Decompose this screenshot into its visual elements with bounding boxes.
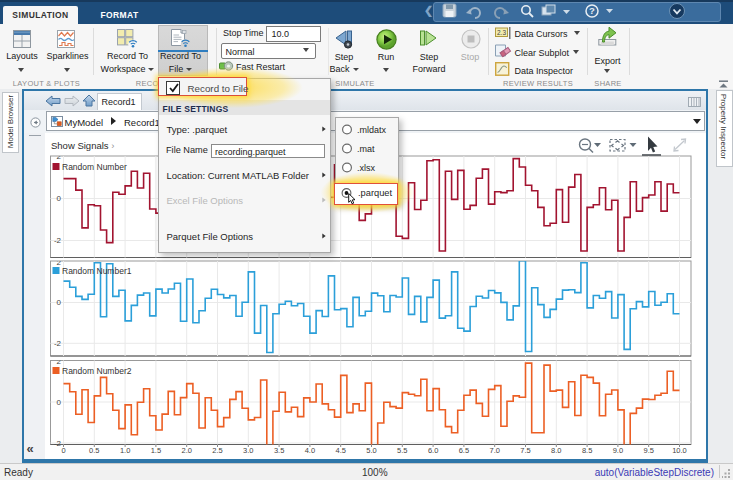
svg-text:0: 0 (57, 194, 62, 203)
svg-text:-2: -2 (54, 339, 62, 348)
svg-text:2: 2 (57, 152, 62, 161)
svg-text:.mldatx: .mldatx (357, 125, 387, 135)
svg-text:2: 2 (57, 258, 62, 267)
svg-text:.mat: .mat (357, 144, 375, 154)
svg-text:.parquet: .parquet (358, 188, 393, 198)
svg-text:2: 2 (57, 357, 62, 366)
svg-text:Random Number1: Random Number1 (62, 266, 132, 276)
svg-text:.xlsx: .xlsx (357, 163, 376, 173)
svg-text:0: 0 (57, 298, 62, 307)
svg-text:-2: -2 (54, 439, 62, 448)
svg-text:Random Number: Random Number (62, 162, 127, 172)
svg-text:0: 0 (57, 398, 62, 407)
svg-text:-2: -2 (54, 236, 62, 245)
svg-text:Random Number2: Random Number2 (62, 366, 132, 376)
